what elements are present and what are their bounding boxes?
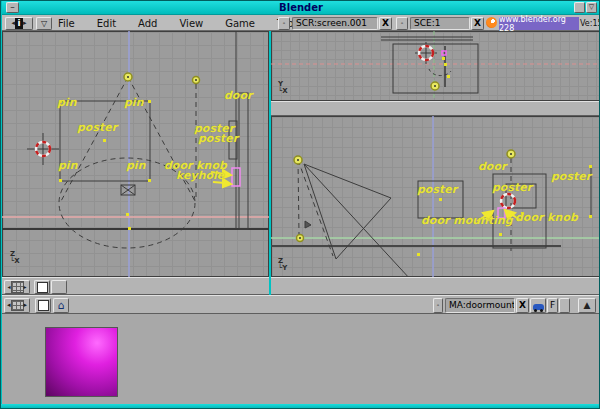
cursor-3d bbox=[27, 133, 59, 165]
chevron-down-icon: ▽ bbox=[41, 20, 47, 28]
version-text: Ve:152 bbox=[580, 17, 600, 30]
front-scene bbox=[2, 31, 269, 277]
lamp-objects bbox=[294, 150, 515, 242]
scene-collapse-button[interactable]: - bbox=[396, 17, 408, 30]
selected-object bbox=[442, 51, 446, 55]
full-window-button[interactable] bbox=[35, 298, 51, 313]
viewport-header-side bbox=[271, 277, 600, 295]
pack-button[interactable]: ▲ bbox=[578, 298, 596, 313]
car-icon bbox=[533, 304, 544, 310]
info-window-button[interactable]: ◂ i ▸ bbox=[5, 17, 33, 30]
scene-delete-button[interactable]: X bbox=[471, 17, 484, 30]
material-panel bbox=[2, 314, 600, 404]
top-scene bbox=[271, 31, 600, 101]
viewport-header-top bbox=[271, 101, 600, 116]
buttons-window-type-button[interactable]: ◂▸ bbox=[4, 298, 30, 313]
menu-game[interactable]: Game bbox=[225, 16, 255, 31]
info-icon: i bbox=[15, 18, 23, 29]
menu-view[interactable]: View bbox=[179, 16, 203, 31]
screen-name-field[interactable]: SCR:screen.001 bbox=[292, 17, 378, 30]
home-icon: ⌂ bbox=[58, 301, 65, 310]
users-button[interactable] bbox=[559, 298, 570, 313]
full-window-button[interactable] bbox=[34, 280, 50, 294]
viewport-grid-icon bbox=[11, 281, 24, 293]
auto-name-button[interactable] bbox=[530, 298, 546, 313]
side-scene bbox=[271, 116, 600, 277]
viewport-header-front: ◂▸ bbox=[2, 277, 269, 295]
right-arrow-icon: ▸ bbox=[24, 284, 27, 290]
window-menu-button[interactable]: – bbox=[6, 2, 19, 13]
square-icon bbox=[38, 300, 49, 311]
right-arrow-icon: ▸ bbox=[23, 20, 27, 27]
menu-edit[interactable]: Edit bbox=[97, 16, 116, 31]
material-name-field[interactable]: MA:doormounting bbox=[445, 298, 515, 313]
up-arrow-icon: ▲ bbox=[584, 301, 591, 310]
annotation-arrows bbox=[211, 170, 231, 187]
scene-name-field[interactable]: SCE:1 bbox=[410, 17, 470, 30]
screen-delete-button[interactable]: X bbox=[379, 17, 392, 30]
blender-logo-icon bbox=[486, 17, 497, 28]
maximize-button[interactable] bbox=[574, 2, 585, 13]
window-type-icon bbox=[11, 300, 24, 311]
window-title: Blender bbox=[2, 1, 600, 15]
blender-window: Blender – ▽ ◂ i ▸ ▽ FileEditAddViewGameT… bbox=[0, 0, 600, 409]
material-collapse-button[interactable]: - bbox=[433, 298, 443, 313]
shade-button[interactable]: ▽ bbox=[586, 2, 597, 13]
viewport-type-button[interactable]: ◂▸ bbox=[4, 280, 30, 294]
window-bottom-edge bbox=[1, 404, 600, 409]
fake-user-button[interactable]: F bbox=[547, 298, 558, 313]
home-button[interactable] bbox=[51, 280, 67, 294]
menu-file[interactable]: File bbox=[58, 16, 75, 31]
menu-items: FileEditAddViewGameTools bbox=[58, 16, 302, 31]
url-text: www.blender.org 228 bbox=[499, 17, 579, 30]
screen-layout-dropdown[interactable]: ▽ bbox=[36, 17, 52, 30]
material-delete-button[interactable]: X bbox=[516, 298, 529, 313]
title-bar: Blender – ▽ bbox=[2, 1, 600, 15]
home-button[interactable]: ⌂ bbox=[53, 298, 69, 313]
menu-add[interactable]: Add bbox=[138, 16, 157, 31]
square-icon bbox=[37, 282, 48, 293]
material-preview bbox=[45, 327, 118, 397]
lamp-objects bbox=[124, 73, 200, 84]
buttons-window-header: ◂▸ ⌂ - MA:doormounting X F ▲ bbox=[2, 295, 600, 314]
screen-collapse-button[interactable]: - bbox=[278, 17, 290, 30]
menu-bar: ◂ i ▸ ▽ FileEditAddViewGameTools - SCR:s… bbox=[2, 15, 600, 31]
